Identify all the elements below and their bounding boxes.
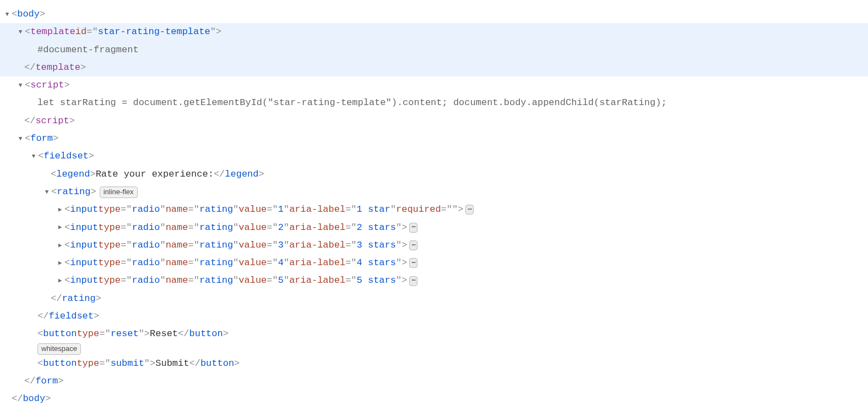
node-body-close: </body>	[0, 390, 868, 406]
chevron-right-icon[interactable]	[56, 275, 64, 287]
node-input[interactable]: <input type="radio" name="rating" value=…	[0, 219, 868, 237]
ellipsis-icon[interactable]: ⋯	[409, 258, 417, 268]
node-body-open[interactable]: <body>	[0, 6, 868, 23]
chevron-right-icon[interactable]	[56, 257, 64, 269]
node-script-close: </script>	[0, 112, 868, 130]
node-rating-open[interactable]: <rating>inline-flex	[0, 183, 868, 201]
chevron-down-icon[interactable]	[43, 186, 51, 198]
chevron-right-icon[interactable]	[56, 204, 64, 216]
node-fieldset-close: </fieldset>	[0, 308, 868, 325]
node-document-fragment[interactable]: #document-fragment	[0, 41, 868, 59]
whitespace-badge: whitespace	[37, 343, 81, 355]
node-form-open[interactable]: <form>	[0, 130, 868, 147]
node-script-open[interactable]: <script>	[0, 76, 868, 94]
node-input[interactable]: <input type="radio" name="rating" value=…	[0, 272, 868, 289]
node-input[interactable]: <input type="radio" name="rating" value=…	[0, 254, 868, 272]
chevron-down-icon[interactable]	[17, 26, 24, 38]
node-template-open[interactable]: <template id="star-rating-template">	[0, 23, 868, 41]
node-whitespace[interactable]: whitespace	[0, 343, 868, 355]
node-button-reset[interactable]: <button type="reset">Reset</button>	[0, 325, 868, 343]
node-rating-close: </rating>	[0, 290, 868, 308]
ellipsis-icon[interactable]: ⋯	[409, 240, 417, 250]
node-input[interactable]: <input type="radio" name="rating" value=…	[0, 201, 868, 218]
node-legend[interactable]: <legend>Rate your experience:</legend>	[0, 166, 868, 183]
chevron-down-icon[interactable]	[17, 80, 24, 91]
node-template-close: </template>	[0, 59, 868, 76]
ellipsis-icon[interactable]: ⋯	[409, 223, 417, 233]
ellipsis-icon[interactable]: ⋯	[409, 276, 417, 286]
node-input[interactable]: <input type="radio" name="rating" value=…	[0, 237, 868, 254]
chevron-right-icon[interactable]	[56, 240, 64, 251]
display-badge: inline-flex	[100, 186, 138, 198]
chevron-down-icon[interactable]	[17, 133, 24, 145]
ellipsis-icon[interactable]: ⋯	[465, 205, 473, 215]
chevron-down-icon[interactable]	[30, 151, 37, 162]
node-form-close: </form>	[0, 372, 868, 390]
dom-tree: <body> <template id="star-rating-templat…	[0, 6, 868, 406]
node-button-submit[interactable]: <button type="submit">Submit</button>	[0, 355, 868, 372]
node-script-content[interactable]: let starRating = document.getElementById…	[0, 94, 868, 112]
chevron-right-icon[interactable]	[56, 222, 64, 233]
node-fieldset-open[interactable]: <fieldset>	[0, 147, 868, 165]
chevron-down-icon[interactable]	[3, 9, 11, 20]
